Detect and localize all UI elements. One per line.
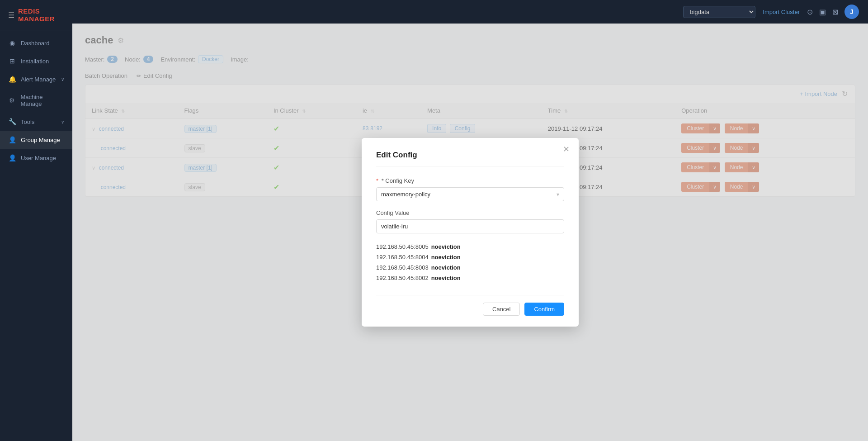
machine-icon: ⚙	[8, 97, 16, 104]
config-key-label: * * Config Key	[376, 177, 564, 184]
close-icon[interactable]: ✕	[563, 145, 570, 153]
sidebar-item-label: User Manage	[21, 155, 56, 161]
topbar: bigdata Import Cluster ⊙ ▣ ⊠ J	[72, 0, 868, 24]
sidebar-item-tools[interactable]: 🔧 Tools ∨	[0, 113, 72, 131]
sidebar-item-dashboard[interactable]: ◉ Dashboard	[0, 34, 72, 52]
dialog-title: Edit Config	[376, 151, 564, 166]
node-item: 192.168.50.45:8002 noeviction	[376, 273, 564, 283]
config-value-label: Config Value	[376, 209, 564, 216]
node-item: 192.168.50.45:8003 noeviction	[376, 262, 564, 273]
node-policy: noeviction	[431, 264, 461, 271]
sidebar-item-label: Group Manage	[21, 137, 60, 143]
edit-config-dialog: Edit Config ✕ * * Config Key maxmemory-p…	[362, 138, 579, 327]
chevron-down-icon: ∨	[61, 77, 64, 82]
sidebar: ☰ REDIS MANAGER ◉ Dashboard ⊞ Installati…	[0, 0, 72, 441]
app-name: REDIS MANAGER	[18, 7, 64, 23]
chevron-down-icon: ∨	[61, 119, 64, 124]
dashboard-icon: ◉	[8, 39, 16, 47]
node-item: 192.168.50.45:8005 noeviction	[376, 242, 564, 252]
config-value-group: Config Value	[376, 209, 564, 233]
sidebar-item-label: Machine Manage	[20, 94, 64, 107]
config-key-group: * * Config Key maxmemory-policy ▾	[376, 177, 564, 201]
sidebar-item-label: Tools	[21, 119, 34, 125]
sidebar-item-label: Dashboard	[21, 40, 50, 47]
sidebar-nav: ◉ Dashboard ⊞ Installation 🔔 Alert Manag…	[0, 30, 72, 441]
cancel-button[interactable]: Cancel	[483, 303, 520, 316]
sidebar-item-label: Installation	[21, 58, 49, 65]
confirm-button[interactable]: Confirm	[524, 303, 564, 316]
node-ip: 192.168.50.45:8002	[376, 275, 429, 281]
alert-icon: 🔔	[8, 76, 16, 83]
cluster-select[interactable]: bigdata	[683, 6, 755, 18]
hamburger-icon[interactable]: ☰	[8, 11, 14, 19]
node-policy: noeviction	[431, 275, 461, 281]
tools-icon: 🔧	[8, 118, 16, 125]
node-ip: 192.168.50.45:8003	[376, 264, 429, 271]
sidebar-item-label: Alert Manage	[21, 76, 56, 83]
config-key-value: maxmemory-policy	[381, 191, 430, 198]
config-value-input[interactable]	[376, 219, 564, 233]
avatar[interactable]: J	[844, 5, 859, 19]
topbar-icons: ⊙ ▣ ⊠ J	[807, 5, 859, 19]
modal-overlay: Edit Config ✕ * * Config Key maxmemory-p…	[72, 24, 868, 441]
node-item: 192.168.50.45:8004 noeviction	[376, 252, 564, 262]
sidebar-item-installation[interactable]: ⊞ Installation	[0, 52, 72, 70]
node-ip: 192.168.50.45:8004	[376, 254, 429, 261]
node-ip: 192.168.50.45:8005	[376, 243, 429, 250]
import-cluster-link[interactable]: Import Cluster	[763, 9, 800, 15]
required-star: *	[376, 177, 378, 184]
sidebar-item-group-manage[interactable]: 👤 Group Manage	[0, 131, 72, 149]
config-key-select[interactable]: maxmemory-policy ▾	[376, 187, 564, 201]
page-content: cache ⚙ Master: 2 Node: 4 Environment: D…	[72, 24, 868, 441]
group-icon: 👤	[8, 136, 16, 143]
share-icon[interactable]: ⊠	[832, 8, 838, 16]
node-list: 192.168.50.45:8005 noeviction192.168.50.…	[376, 242, 564, 283]
github-icon[interactable]: ⊙	[807, 8, 813, 16]
dialog-footer: Cancel Confirm	[376, 295, 564, 316]
sidebar-item-alert-manage[interactable]: 🔔 Alert Manage ∨	[0, 70, 72, 88]
chevron-down-icon: ▾	[557, 191, 559, 198]
user-icon: 👤	[8, 154, 16, 161]
main-content: bigdata Import Cluster ⊙ ▣ ⊠ J cache ⚙ M…	[72, 0, 868, 441]
node-policy: noeviction	[431, 254, 461, 261]
sidebar-item-user-manage[interactable]: 👤 User Manage	[0, 149, 72, 167]
sidebar-item-machine-manage[interactable]: ⚙ Machine Manage	[0, 88, 72, 113]
logo-area: ☰ REDIS MANAGER	[0, 0, 72, 30]
node-policy: noeviction	[431, 243, 461, 250]
installation-icon: ⊞	[8, 57, 16, 65]
docs-icon[interactable]: ▣	[819, 8, 826, 16]
